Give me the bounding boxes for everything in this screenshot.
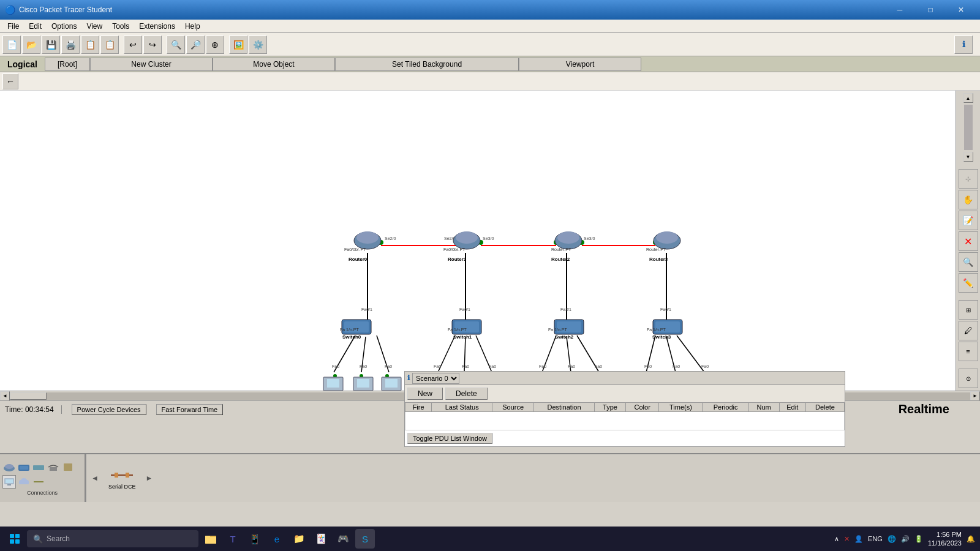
redo-button[interactable]: ↪	[143, 36, 162, 54]
pdu-panel: ℹ Scenario 0 New Delete Fire Last Status…	[404, 371, 845, 447]
grid-tool-button[interactable]: ⊞	[959, 300, 978, 320]
wireless-type-icon[interactable]	[47, 460, 60, 474]
custom-device-button[interactable]: ⚙️	[249, 36, 267, 54]
scenario-selector[interactable]: Scenario 0	[412, 373, 459, 384]
tray-up-arrow[interactable]: ∧	[834, 535, 839, 543]
tray-x-icon[interactable]: ✕	[844, 535, 850, 543]
menu-view[interactable]: View	[81, 21, 107, 32]
extra-tool-button[interactable]: ≡	[959, 342, 978, 361]
volume-icon[interactable]: 🔊	[901, 535, 910, 543]
canvas[interactable]: Se2/0 Se2/0 Se3/0 Se2/0 Se3/0 Se2/0 Fa0/…	[0, 91, 956, 391]
app3-taskbar-icon[interactable]: 🎮	[333, 529, 353, 549]
close-button[interactable]: ✕	[947, 0, 975, 20]
scroll-right-button[interactable]: ►	[970, 391, 980, 401]
start-button[interactable]	[5, 529, 24, 549]
delete-tool-button[interactable]: ✕	[959, 231, 978, 251]
pc2-screen	[385, 379, 398, 388]
scroll-left-button[interactable]: ◄	[0, 391, 10, 401]
new-pdu-button[interactable]: New	[407, 388, 443, 400]
serial-dce-item[interactable]: Serial DCE	[108, 467, 136, 490]
new-cluster-button[interactable]: New Cluster	[90, 58, 213, 71]
svg-rect-33	[6, 479, 13, 483]
pc1-screen	[357, 379, 369, 388]
col-fire: Fire	[405, 403, 432, 412]
folder-taskbar-icon[interactable]: 📁	[289, 529, 309, 549]
inspect-tool-button[interactable]: 🔍	[959, 252, 978, 272]
device-list-right-arrow[interactable]: ►	[145, 474, 153, 482]
maximize-button[interactable]: □	[916, 0, 944, 20]
draw2-tool-button[interactable]: 🖊	[959, 321, 978, 340]
search-bar[interactable]: 🔍 Search	[27, 530, 198, 547]
system-clock[interactable]: 1:56 PM 11/16/2023	[928, 530, 962, 548]
viewport-button[interactable]: Viewport	[519, 58, 641, 71]
svg-text:Fa0: Fa0	[462, 364, 469, 369]
screenshot-button[interactable]: 🖼️	[229, 36, 247, 54]
new-file-button[interactable]: 📄	[2, 36, 21, 54]
scroll-down-button[interactable]: ▼	[963, 152, 973, 162]
menu-edit[interactable]: Edit	[24, 21, 47, 32]
menu-extensions[interactable]: Extensions	[134, 21, 180, 32]
delete-pdu-button[interactable]: Delete	[445, 388, 488, 400]
back-button[interactable]: ←	[2, 73, 18, 89]
menu-options[interactable]: Options	[47, 21, 81, 32]
cloud-type-icon[interactable]	[17, 475, 31, 489]
window-controls: ─ □ ✕	[886, 0, 975, 20]
switch0-port-info: Fa 1/n.PT	[340, 328, 359, 332]
root-button[interactable]: [Root]	[45, 58, 90, 71]
router0-label: Router0	[349, 257, 368, 262]
teams-taskbar-icon[interactable]: T	[223, 529, 243, 549]
language-indicator: ENG	[868, 535, 883, 542]
copy-button[interactable]: 📋	[81, 36, 99, 54]
cable-type-icon[interactable]	[32, 475, 45, 489]
svg-rect-42	[15, 539, 20, 544]
hand-tool-button[interactable]: ✋	[959, 190, 978, 209]
scroll-thumb[interactable]	[10, 392, 47, 400]
menu-file[interactable]: File	[2, 21, 24, 32]
zoom-out-button[interactable]: 🔎	[186, 36, 205, 54]
svg-rect-31	[64, 463, 72, 471]
app1-taskbar-icon[interactable]: 📱	[245, 529, 265, 549]
toggle-pdu-list-button[interactable]: Toggle PDU List Window	[407, 433, 492, 444]
cisco-pt-taskbar-icon[interactable]: S	[355, 529, 375, 549]
print-button[interactable]: 🖨️	[61, 36, 80, 54]
set-tiled-bg-button[interactable]: Set Tiled Background	[335, 58, 519, 71]
fast-forward-button[interactable]: Fast Forward Time	[156, 404, 224, 415]
hub-type-icon[interactable]	[32, 460, 45, 474]
device-list-left-arrow[interactable]: ◄	[91, 474, 99, 482]
r1-port-label-r: Se3/0	[483, 236, 494, 241]
notification-icon[interactable]: 🔔	[967, 535, 975, 543]
menu-tools[interactable]: Tools	[107, 21, 134, 32]
zoom-in-button[interactable]: 🔍	[167, 36, 185, 54]
menu-help[interactable]: Help	[180, 21, 205, 32]
draw-tool-button[interactable]: ✏️	[959, 273, 978, 293]
file-explorer-taskbar-icon[interactable]	[201, 529, 221, 549]
scroll-up-button[interactable]: ▲	[963, 93, 973, 103]
col-time: Time(s)	[659, 403, 703, 412]
app2-taskbar-icon[interactable]: 🃏	[311, 529, 331, 549]
search-placeholder: Search	[47, 534, 70, 543]
switch1-label: Switch1	[453, 334, 472, 340]
device-list-panel: ◄ Serial DCE ►	[86, 454, 980, 502]
col-destination: Destination	[534, 403, 595, 412]
pc-type-icon[interactable]	[2, 475, 16, 489]
router-type-icon[interactable]	[2, 460, 16, 474]
open-button[interactable]: 📂	[22, 36, 40, 54]
info-button[interactable]: ℹ	[954, 36, 973, 54]
note-tool-button[interactable]: 📝	[959, 211, 978, 230]
zoom-reset-button[interactable]: ⊕	[206, 36, 224, 54]
minimize-button[interactable]: ─	[886, 0, 914, 20]
switch2-port-info: Fa 1/n.PT	[548, 328, 567, 332]
move-object-button[interactable]: Move Object	[213, 58, 335, 71]
paste-button[interactable]: 📋	[100, 36, 119, 54]
switch3-label: Switch3	[652, 334, 671, 340]
r0-port-label: Se2/0	[385, 236, 396, 241]
save-button[interactable]: 💾	[42, 36, 60, 54]
router3-top	[656, 231, 678, 244]
edge-taskbar-icon[interactable]: e	[267, 529, 287, 549]
select-tool-button[interactable]: ⊹	[959, 169, 978, 189]
svg-rect-29	[33, 465, 44, 470]
undo-button[interactable]: ↩	[124, 36, 142, 54]
server-type-icon[interactable]	[61, 460, 75, 474]
power-cycle-button[interactable]: Power Cycle Devices	[72, 404, 146, 415]
switch-type-icon[interactable]	[17, 460, 31, 474]
